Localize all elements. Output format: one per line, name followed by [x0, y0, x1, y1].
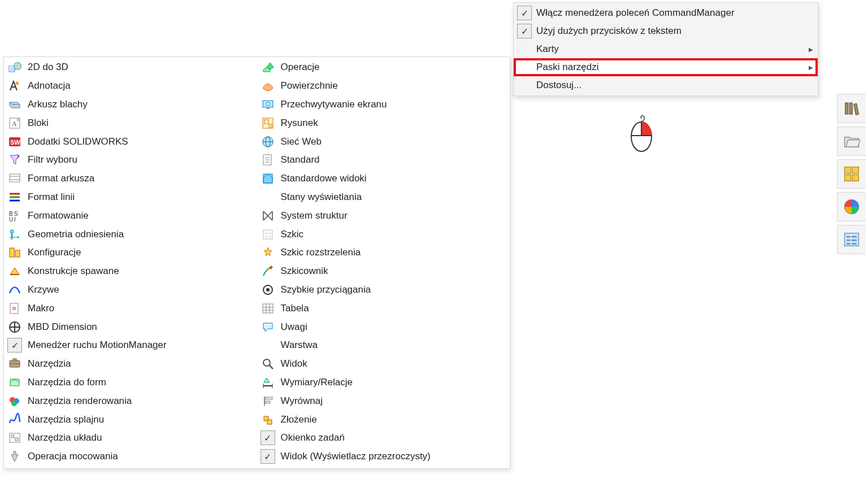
context-menu-item[interactable]: ✓Włącz menedżera poleceń CommandManager: [514, 4, 818, 22]
toolbar-menu-item[interactable]: System struktur: [257, 206, 510, 225]
check-icon: ✓: [7, 338, 22, 353]
toolbar-menu-item[interactable]: Przechwytywanie ekranu: [257, 95, 510, 114]
toolbar-menu-label: Narzędzia do form: [28, 377, 106, 388]
toolbar-menu-label: Format linii: [28, 192, 75, 203]
sheetmetal-icon: [7, 97, 22, 112]
blank-icon: [261, 190, 275, 205]
macro-icon: [7, 301, 22, 316]
context-menu: ✓Włącz menedżera poleceń CommandManager✓…: [513, 2, 818, 96]
toolbar-menu-item[interactable]: Uwagi: [257, 317, 510, 336]
toolbar-menu-item[interactable]: Narzędzia renderowania: [4, 391, 257, 410]
view-palette-icon: [843, 166, 860, 182]
toolbar-menu-item[interactable]: Adnotacja: [4, 77, 257, 95]
toolbar-menu-label: Szkic rozstrzelenia: [281, 247, 361, 258]
toolbar-menu-item[interactable]: ✓Widok (Wyświetlacz przezroczysty): [257, 447, 510, 466]
toolbar-menu-item[interactable]: Arkusz blachy: [4, 95, 257, 114]
toolbar-menu-item[interactable]: Wymiary/Relacje: [257, 373, 510, 392]
mold-tools-icon: [7, 375, 22, 390]
toolbar-menu-item[interactable]: Konstrukcje spawane: [4, 262, 257, 281]
context-menu-item[interactable]: Paski narzędzi▶: [514, 58, 818, 76]
toolbar-menu-label: Uwagi: [281, 321, 307, 333]
toolbar-menu-item[interactable]: Tabela: [257, 299, 510, 317]
svg-rect-3: [852, 175, 858, 181]
toolbar-menu-item[interactable]: Narzędzia: [4, 355, 257, 373]
view-icon: [261, 356, 275, 371]
toolbar-menu-item[interactable]: Format linii: [4, 188, 257, 207]
toolbar-menu-item[interactable]: ✓Menedżer ruchu MotionManager: [4, 336, 257, 355]
toolbar-menu-item[interactable]: Bloki: [4, 114, 257, 132]
toolbar-menu-item[interactable]: Widok: [257, 355, 510, 373]
toolbar-menu-item[interactable]: Szkicownik: [257, 262, 510, 281]
toolbar-menu-label: Narzędzia układu: [28, 432, 102, 443]
toolbar-menu-label: Tabela: [281, 303, 309, 314]
toolbar-menu-label: System struktur: [281, 210, 348, 221]
toolbar-menu-label: Stany wyświetlania: [281, 192, 362, 203]
toolbar-menu-item[interactable]: Narzędzia splajnu: [4, 410, 257, 429]
blocks-icon: [7, 116, 22, 130]
toolbar-menu-item[interactable]: Narzędzia do form: [4, 373, 257, 392]
table-icon: [261, 301, 275, 316]
drawing-icon: [261, 116, 275, 130]
toolbar-menu-label: Szkicownik: [281, 266, 328, 277]
toolbar-menu-item[interactable]: Dodatki SOLIDWORKS: [4, 132, 257, 151]
toolbar-menu-item[interactable]: Warstwa: [257, 336, 510, 355]
menu-item-label: Paski narzędzi: [536, 62, 812, 73]
toolbar-menu-label: Bloki: [28, 118, 49, 129]
mouse-cursor-graphic: [627, 113, 656, 153]
toolbar-menu-item[interactable]: Standardowe widoki: [257, 169, 510, 188]
toolbar-menu-label: Geometria odniesienia: [28, 229, 124, 240]
context-menu-item[interactable]: Dostosuj...: [514, 76, 818, 94]
ref-geom-icon: [7, 227, 22, 242]
menu-item-label: Karty: [536, 43, 812, 55]
task-pane-properties[interactable]: [837, 225, 866, 254]
explode-sketch-icon: [261, 245, 275, 260]
toolbar-menu-item[interactable]: Szkic rozstrzelenia: [257, 243, 510, 262]
toolbar-menu-label: Wymiary/Relacje: [281, 377, 353, 388]
task-pane-palette[interactable]: [837, 159, 866, 189]
toolbar-menu-item[interactable]: MBD Dimension: [4, 317, 257, 336]
toolbar-menu-label: Formatowanie: [28, 210, 89, 221]
tools-icon: [7, 356, 22, 371]
toolbar-menu-item[interactable]: 2D do 3D: [4, 58, 257, 77]
toolbar-menu-item[interactable]: Złożenie: [257, 410, 510, 429]
cube-2d3d-icon: [7, 60, 22, 75]
toolbar-menu-item[interactable]: Rysunek: [257, 114, 510, 132]
toolbar-menu-item[interactable]: Narzędzia układu: [4, 429, 257, 447]
toolbar-menu-label: Konfiguracje: [28, 247, 81, 258]
library-icon: [843, 100, 860, 117]
toolbar-menu-item[interactable]: Geometria odniesienia: [4, 225, 257, 243]
toolbar-menu-item[interactable]: Formatowanie: [4, 206, 257, 225]
toolbar-menu-item[interactable]: Standard: [257, 151, 510, 169]
toolbar-menu-item[interactable]: Format arkusza: [4, 169, 257, 188]
check-icon: ✓: [261, 449, 275, 464]
toolbar-menu-item[interactable]: ✓Okienko zadań: [257, 429, 510, 447]
menu-item-label: Użyj dużych przycisków z tekstem: [536, 25, 812, 37]
check-icon: ✓: [261, 430, 275, 445]
toolbar-menu-label: Operacje: [281, 62, 320, 73]
toolbar-menu-label: Standardowe widoki: [281, 173, 367, 184]
toolbar-menu-item[interactable]: Szybkie przyciągania: [257, 281, 510, 299]
toolbar-menu-item[interactable]: Krzywe: [4, 281, 257, 299]
context-menu-item[interactable]: ✓Użyj dużych przycisków z tekstem: [514, 22, 818, 40]
toolbar-menu-item[interactable]: Powierzchnie: [257, 77, 510, 95]
toolbar-menu-item[interactable]: Operacje: [257, 58, 510, 77]
features-icon: [261, 60, 275, 75]
context-menu-item[interactable]: Karty▶: [514, 40, 818, 58]
appearances-icon: [843, 198, 860, 215]
menu-item-label: Włącz menedżera poleceń CommandManager: [536, 7, 812, 19]
toolbar-menu-item[interactable]: Szkic: [257, 225, 510, 243]
toolbar-menu-item[interactable]: Makro: [4, 299, 257, 317]
task-pane-library[interactable]: [837, 94, 866, 123]
toolbar-menu-item[interactable]: Operacja mocowania: [4, 447, 257, 466]
toolbar-menu-label: Menedżer ruchu MotionManager: [28, 340, 167, 351]
task-pane-open[interactable]: [837, 127, 866, 156]
surfaces-icon: [261, 79, 275, 93]
toolbar-menu-item[interactable]: Konfiguracje: [4, 243, 257, 262]
toolbar-menu-item[interactable]: Stany wyświetlania: [257, 188, 510, 207]
toolbar-menu-item[interactable]: Sieć Web: [257, 132, 510, 151]
toolbar-menu-item[interactable]: Wyrównaj: [257, 391, 510, 410]
task-pane-appearances[interactable]: [837, 192, 866, 221]
sheet-format-icon: [7, 171, 22, 186]
sketcher-icon: [261, 264, 275, 279]
toolbar-menu-item[interactable]: Filtr wyboru: [4, 151, 257, 169]
